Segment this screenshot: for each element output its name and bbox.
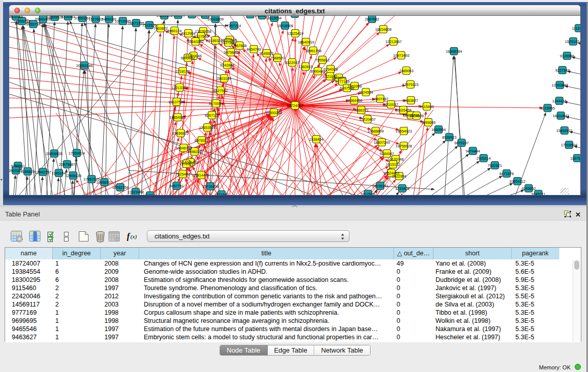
svg-text:16648784: 16648784 bbox=[446, 49, 462, 54]
svg-text:16543382: 16543382 bbox=[187, 39, 204, 44]
svg-text:7357224: 7357224 bbox=[227, 24, 241, 28]
svg-text:20975887: 20975887 bbox=[59, 162, 75, 167]
svg-text:9245652: 9245652 bbox=[521, 186, 536, 191]
svg-text:9327505: 9327505 bbox=[194, 34, 208, 39]
svg-text:9699695: 9699695 bbox=[421, 120, 435, 125]
svg-text:9227343: 9227343 bbox=[555, 68, 570, 73]
svg-text:8813054: 8813054 bbox=[267, 16, 281, 20]
svg-text:8454749: 8454749 bbox=[247, 47, 261, 52]
svg-text:8990448: 8990448 bbox=[311, 69, 325, 74]
svg-text:9384067: 9384067 bbox=[380, 151, 394, 156]
svg-text:9750511: 9750511 bbox=[11, 164, 25, 168]
svg-text:9245211: 9245211 bbox=[531, 192, 545, 195]
svg-text:1145194: 1145194 bbox=[52, 171, 66, 176]
svg-text:1571640: 1571640 bbox=[214, 192, 229, 195]
svg-text:17016504: 17016504 bbox=[561, 143, 577, 147]
svg-text:7632621: 7632621 bbox=[488, 163, 502, 168]
svg-text:1527602: 1527602 bbox=[89, 17, 103, 21]
svg-text:8427552: 8427552 bbox=[213, 89, 228, 93]
svg-text:7462066: 7462066 bbox=[347, 84, 362, 89]
svg-text:1640954: 1640954 bbox=[431, 127, 446, 132]
svg-text:20053346: 20053346 bbox=[76, 63, 93, 68]
svg-text:1112403: 1112403 bbox=[572, 26, 581, 31]
svg-text:8267110: 8267110 bbox=[205, 113, 219, 118]
svg-text:10973493: 10973493 bbox=[393, 53, 409, 58]
svg-text:9794028: 9794028 bbox=[323, 67, 338, 72]
svg-text:15892971: 15892971 bbox=[556, 128, 573, 133]
svg-text:7588520: 7588520 bbox=[270, 56, 285, 60]
svg-text:9146821: 9146821 bbox=[259, 51, 274, 56]
svg-text:2967608: 2967608 bbox=[232, 43, 247, 48]
svg-text:2933114: 2933114 bbox=[476, 156, 490, 161]
svg-text:9890662: 9890662 bbox=[181, 56, 195, 60]
svg-text:9115460: 9115460 bbox=[420, 104, 433, 109]
svg-text:20206535: 20206535 bbox=[46, 151, 62, 156]
svg-text:6210037: 6210037 bbox=[384, 102, 398, 107]
svg-text:16782759: 16782759 bbox=[112, 185, 128, 190]
svg-text:1733426: 1733426 bbox=[395, 186, 409, 191]
svg-text:15720407: 15720407 bbox=[359, 117, 376, 122]
svg-text:1615132: 1615132 bbox=[386, 162, 400, 167]
svg-text:19166825: 19166825 bbox=[172, 131, 189, 136]
svg-text:16961758: 16961758 bbox=[305, 49, 321, 53]
svg-text:8938923: 8938923 bbox=[442, 135, 456, 140]
svg-text:7625402: 7625402 bbox=[176, 172, 190, 177]
svg-text:16033809: 16033809 bbox=[207, 17, 224, 21]
svg-text:10688609: 10688609 bbox=[367, 129, 384, 134]
svg-text:2803144: 2803144 bbox=[217, 76, 231, 81]
svg-text:12093882: 12093882 bbox=[552, 83, 568, 87]
svg-text:12942757: 12942757 bbox=[35, 170, 51, 174]
svg-text:7386372: 7386372 bbox=[354, 108, 368, 113]
svg-text:7485063: 7485063 bbox=[399, 69, 413, 73]
svg-text:12353594: 12353594 bbox=[199, 125, 215, 130]
svg-text:2522954: 2522954 bbox=[392, 174, 406, 179]
svg-text:9129966: 9129966 bbox=[560, 54, 574, 58]
svg-text:2887682: 2887682 bbox=[365, 17, 379, 21]
svg-text:1244415: 1244415 bbox=[552, 99, 567, 103]
svg-text:12905135: 12905135 bbox=[65, 173, 81, 178]
svg-text:19218506: 19218506 bbox=[277, 24, 293, 28]
svg-text:1156829: 1156829 bbox=[20, 169, 34, 174]
svg-text:14136141: 14136141 bbox=[372, 184, 388, 188]
svg-text:12213382: 12213382 bbox=[171, 85, 188, 90]
svg-text:10958107: 10958107 bbox=[96, 180, 113, 185]
svg-text:1362615: 1362615 bbox=[298, 64, 313, 69]
svg-text:19854985: 19854985 bbox=[169, 115, 186, 120]
svg-text:7955812: 7955812 bbox=[315, 58, 330, 62]
svg-text:10107554: 10107554 bbox=[168, 100, 185, 104]
svg-text:8322037: 8322037 bbox=[285, 60, 299, 65]
svg-text:f: f bbox=[127, 232, 130, 241]
svg-text:20364456: 20364456 bbox=[346, 98, 362, 103]
svg-text:1292344: 1292344 bbox=[143, 193, 157, 195]
svg-text:18640910: 18640910 bbox=[298, 40, 314, 45]
svg-text:6466160: 6466160 bbox=[102, 17, 116, 21]
svg-text:2718176: 2718176 bbox=[176, 69, 190, 74]
svg-text:16210643: 16210643 bbox=[553, 114, 569, 118]
svg-text:3675685: 3675685 bbox=[224, 50, 238, 55]
svg-text:15716438: 15716438 bbox=[202, 184, 219, 189]
svg-text:19756928: 19756928 bbox=[396, 144, 412, 148]
svg-text:16914479: 16914479 bbox=[193, 173, 209, 178]
svg-text:3904085: 3904085 bbox=[409, 114, 424, 118]
svg-text:10807487: 10807487 bbox=[372, 97, 388, 101]
svg-text:3498222: 3498222 bbox=[187, 149, 202, 154]
svg-text:3624554: 3624554 bbox=[359, 90, 373, 95]
svg-text:1167533: 1167533 bbox=[570, 156, 581, 161]
svg-text:1574921: 1574921 bbox=[179, 162, 193, 166]
svg-text:18724007: 18724007 bbox=[287, 103, 303, 108]
svg-text:9055717: 9055717 bbox=[26, 22, 40, 27]
svg-text:10025458: 10025458 bbox=[395, 108, 411, 113]
svg-text:15751074: 15751074 bbox=[565, 39, 581, 44]
svg-text:8186328: 8186328 bbox=[208, 38, 223, 43]
svg-text:8678332: 8678332 bbox=[194, 138, 209, 143]
svg-text:9474444: 9474444 bbox=[466, 149, 480, 154]
svg-text:6679197: 6679197 bbox=[454, 141, 469, 145]
svg-text:10654112: 10654112 bbox=[509, 179, 525, 184]
svg-text:25300283: 25300283 bbox=[266, 111, 282, 115]
svg-text:9457791: 9457791 bbox=[169, 184, 184, 188]
svg-text:18807249: 18807249 bbox=[374, 140, 390, 145]
svg-text:16120746: 16120746 bbox=[387, 157, 404, 162]
svg-text:1812931: 1812931 bbox=[361, 192, 375, 195]
svg-text:16154808: 16154808 bbox=[375, 27, 391, 32]
svg-text:9463627: 9463627 bbox=[404, 98, 418, 103]
